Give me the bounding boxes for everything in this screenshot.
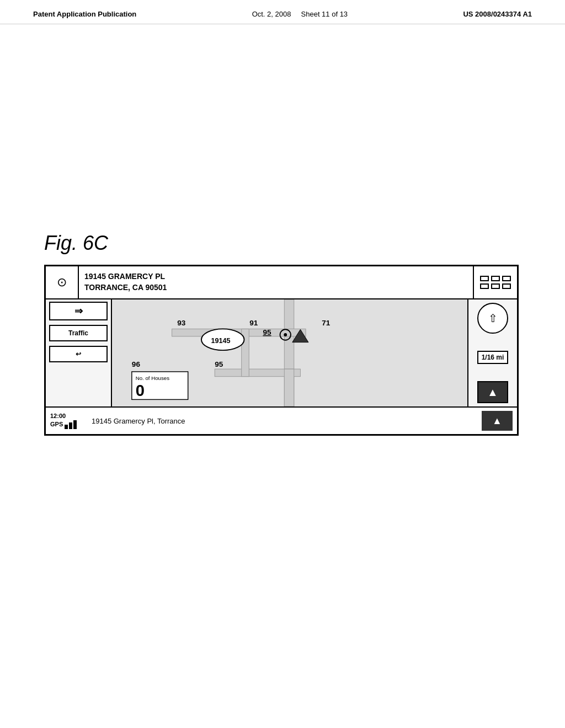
time-gps-info: 12:00 GPS bbox=[50, 413, 81, 429]
page-header: Patent Application Publication Oct. 2, 2… bbox=[0, 0, 565, 24]
svg-text:93: 93 bbox=[177, 319, 186, 327]
nav-right-sidebar: ⇧ 1/16 mi ▲ bbox=[467, 299, 517, 406]
address-target-icon: ⊙ bbox=[46, 266, 79, 298]
forward-arrow-button[interactable]: ⇒ bbox=[49, 302, 108, 320]
svg-text:0: 0 bbox=[136, 382, 145, 399]
menu-grid-icon[interactable] bbox=[473, 266, 517, 298]
back-arrow-button[interactable]: ↩ bbox=[49, 346, 108, 362]
gps-signal-bars bbox=[65, 420, 77, 429]
publication-label: Patent Application Publication bbox=[33, 10, 136, 18]
map-svg: 93 91 95 71 95 96 19145 bbox=[112, 299, 467, 406]
address-line2: TORRANCE, CA 90501 bbox=[84, 282, 467, 293]
address-line1: 19145 GRAMERCY PL bbox=[84, 271, 467, 282]
svg-text:19145: 19145 bbox=[211, 337, 230, 345]
gps-label: GPS bbox=[50, 421, 63, 427]
svg-text:95: 95 bbox=[263, 328, 271, 336]
patent-number: US 2008/0243374 A1 bbox=[463, 10, 532, 18]
gps-bar-2 bbox=[69, 422, 72, 429]
svg-text:No. of Houses: No. of Houses bbox=[136, 375, 170, 381]
traffic-button[interactable]: Traffic bbox=[49, 325, 108, 341]
bottom-address: 19145 Gramercy Pl, Torrance bbox=[86, 417, 482, 425]
scale-label[interactable]: 1/16 mi bbox=[477, 351, 509, 364]
nav-bottom-bar: 12:00 GPS 19145 Gramercy Pl, Torrance ▲ bbox=[46, 406, 517, 434]
publication-date: Oct. 2, 2008 Sheet 11 of 13 bbox=[252, 10, 348, 18]
nav-screen: ⊙ 19145 GRAMERCY PL TORRANCE, CA 90501 ⇒… bbox=[44, 265, 519, 436]
compass-button[interactable]: ⇧ bbox=[477, 303, 508, 334]
svg-text:96: 96 bbox=[132, 360, 141, 368]
nav-left-sidebar: ⇒ Traffic ↩ bbox=[46, 299, 112, 406]
time-display: 12:00 bbox=[50, 413, 81, 419]
nav-main-area: ⇒ Traffic ↩ 93 91 bbox=[46, 299, 517, 406]
nav-address: 19145 GRAMERCY PL TORRANCE, CA 90501 bbox=[79, 266, 473, 298]
svg-point-13 bbox=[284, 333, 287, 336]
figure-label: Fig. 6C bbox=[44, 232, 108, 255]
nav-top-bar: ⊙ 19145 GRAMERCY PL TORRANCE, CA 90501 bbox=[46, 266, 517, 299]
map-canvas: 93 91 95 71 95 96 19145 bbox=[112, 299, 467, 406]
gps-bar-1 bbox=[65, 425, 68, 429]
svg-text:71: 71 bbox=[322, 319, 331, 327]
bottom-navigate-button[interactable]: ▲ bbox=[482, 411, 513, 431]
gps-bar-3 bbox=[73, 420, 77, 429]
svg-text:91: 91 bbox=[249, 319, 258, 327]
sheet-info: Sheet 11 of 13 bbox=[301, 10, 348, 18]
svg-rect-18 bbox=[284, 369, 294, 406]
svg-text:95: 95 bbox=[215, 360, 223, 368]
navigate-arrow-button[interactable]: ▲ bbox=[477, 381, 508, 403]
